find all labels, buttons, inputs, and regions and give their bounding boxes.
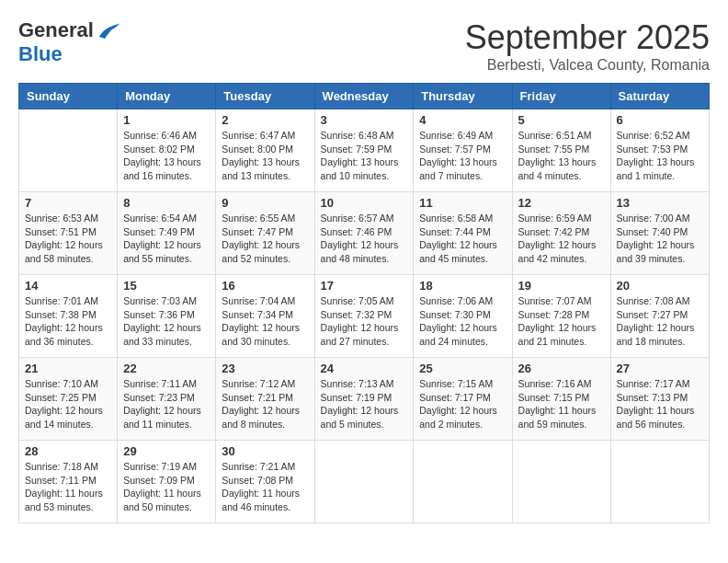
day-info: Sunrise: 7:21 AM Sunset: 7:08 PM Dayligh…	[222, 460, 308, 514]
day-number: 27	[617, 362, 703, 375]
calendar-cell: 21Sunrise: 7:10 AM Sunset: 7:25 PM Dayli…	[19, 358, 118, 441]
day-number: 8	[123, 196, 210, 210]
day-number: 24	[321, 362, 408, 375]
day-number: 14	[25, 279, 111, 293]
week-row-1: 1Sunrise: 6:46 AM Sunset: 8:02 PM Daylig…	[19, 109, 710, 192]
day-number: 16	[222, 279, 308, 293]
day-number: 22	[123, 362, 210, 375]
calendar-cell: 23Sunrise: 7:12 AM Sunset: 7:21 PM Dayli…	[216, 358, 314, 441]
calendar-cell: 9Sunrise: 6:55 AM Sunset: 7:47 PM Daylig…	[216, 192, 314, 275]
column-header-thursday: Thursday	[414, 84, 512, 109]
calendar-cell	[314, 441, 414, 523]
day-info: Sunrise: 6:49 AM Sunset: 7:57 PM Dayligh…	[419, 129, 506, 183]
calendar-cell: 20Sunrise: 7:08 AM Sunset: 7:27 PM Dayli…	[610, 275, 709, 358]
logo-blue-text: Blue	[18, 42, 63, 66]
day-info: Sunrise: 7:19 AM Sunset: 7:09 PM Dayligh…	[123, 460, 210, 514]
location-subtitle: Berbesti, Valcea County, Romania	[465, 57, 710, 74]
day-info: Sunrise: 7:16 AM Sunset: 7:15 PM Dayligh…	[518, 377, 605, 431]
calendar-cell: 6Sunrise: 6:52 AM Sunset: 7:53 PM Daylig…	[610, 109, 709, 192]
day-number: 28	[25, 444, 111, 458]
day-number: 3	[321, 113, 408, 127]
column-header-saturday: Saturday	[610, 84, 709, 109]
day-number: 5	[518, 113, 605, 127]
calendar-cell: 18Sunrise: 7:06 AM Sunset: 7:30 PM Dayli…	[414, 275, 512, 358]
day-number: 23	[222, 362, 308, 375]
day-info: Sunrise: 7:11 AM Sunset: 7:23 PM Dayligh…	[123, 377, 210, 431]
calendar-cell: 24Sunrise: 7:13 AM Sunset: 7:19 PM Dayli…	[314, 358, 414, 441]
day-info: Sunrise: 7:07 AM Sunset: 7:28 PM Dayligh…	[518, 294, 605, 349]
day-number: 1	[123, 113, 210, 127]
day-info: Sunrise: 6:51 AM Sunset: 7:55 PM Dayligh…	[518, 129, 605, 183]
calendar-cell: 3Sunrise: 6:48 AM Sunset: 7:59 PM Daylig…	[314, 109, 414, 192]
day-number: 10	[321, 196, 408, 210]
day-info: Sunrise: 7:17 AM Sunset: 7:13 PM Dayligh…	[617, 377, 703, 431]
week-row-4: 21Sunrise: 7:10 AM Sunset: 7:25 PM Dayli…	[19, 358, 710, 441]
day-info: Sunrise: 7:04 AM Sunset: 7:34 PM Dayligh…	[222, 294, 308, 349]
day-info: Sunrise: 6:57 AM Sunset: 7:46 PM Dayligh…	[321, 212, 408, 266]
month-title: September 2025	[465, 18, 710, 57]
column-header-tuesday: Tuesday	[216, 84, 314, 109]
day-info: Sunrise: 7:01 AM Sunset: 7:38 PM Dayligh…	[25, 294, 111, 349]
day-info: Sunrise: 7:15 AM Sunset: 7:17 PM Dayligh…	[419, 377, 506, 431]
day-number: 2	[222, 113, 308, 127]
day-number: 29	[123, 444, 210, 458]
day-info: Sunrise: 7:18 AM Sunset: 7:11 PM Dayligh…	[25, 460, 111, 514]
day-number: 26	[518, 362, 605, 375]
calendar-cell: 15Sunrise: 7:03 AM Sunset: 7:36 PM Dayli…	[118, 275, 216, 358]
calendar-cell: 7Sunrise: 6:53 AM Sunset: 7:51 PM Daylig…	[19, 192, 118, 275]
column-header-wednesday: Wednesday	[314, 84, 414, 109]
calendar-cell: 19Sunrise: 7:07 AM Sunset: 7:28 PM Dayli…	[512, 275, 610, 358]
day-number: 17	[321, 279, 408, 293]
calendar-cell: 22Sunrise: 7:11 AM Sunset: 7:23 PM Dayli…	[118, 358, 216, 441]
day-info: Sunrise: 7:12 AM Sunset: 7:21 PM Dayligh…	[222, 377, 308, 431]
calendar-cell: 13Sunrise: 7:00 AM Sunset: 7:40 PM Dayli…	[610, 192, 709, 275]
day-info: Sunrise: 6:52 AM Sunset: 7:53 PM Dayligh…	[617, 129, 703, 183]
calendar-cell: 17Sunrise: 7:05 AM Sunset: 7:32 PM Dayli…	[314, 275, 414, 358]
column-header-sunday: Sunday	[19, 84, 118, 109]
calendar-cell: 5Sunrise: 6:51 AM Sunset: 7:55 PM Daylig…	[512, 109, 610, 192]
calendar-cell: 12Sunrise: 6:59 AM Sunset: 7:42 PM Dayli…	[512, 192, 610, 275]
day-number: 9	[222, 196, 308, 210]
day-info: Sunrise: 7:10 AM Sunset: 7:25 PM Dayligh…	[25, 377, 111, 431]
calendar-cell: 11Sunrise: 6:58 AM Sunset: 7:44 PM Dayli…	[414, 192, 512, 275]
column-header-monday: Monday	[118, 84, 216, 109]
day-info: Sunrise: 7:08 AM Sunset: 7:27 PM Dayligh…	[617, 294, 703, 349]
day-number: 11	[419, 196, 506, 210]
day-info: Sunrise: 7:05 AM Sunset: 7:32 PM Dayligh…	[321, 294, 408, 349]
calendar-cell: 29Sunrise: 7:19 AM Sunset: 7:09 PM Dayli…	[118, 441, 216, 523]
week-row-5: 28Sunrise: 7:18 AM Sunset: 7:11 PM Dayli…	[19, 441, 710, 523]
calendar-cell: 25Sunrise: 7:15 AM Sunset: 7:17 PM Dayli…	[414, 358, 512, 441]
day-info: Sunrise: 6:46 AM Sunset: 8:02 PM Dayligh…	[123, 129, 210, 183]
day-number: 30	[222, 444, 308, 458]
logo-general-text: General	[18, 18, 94, 42]
calendar-cell: 26Sunrise: 7:16 AM Sunset: 7:15 PM Dayli…	[512, 358, 610, 441]
day-number: 4	[419, 113, 506, 127]
calendar-cell: 30Sunrise: 7:21 AM Sunset: 7:08 PM Dayli…	[216, 441, 314, 523]
day-number: 20	[617, 279, 703, 293]
day-info: Sunrise: 7:06 AM Sunset: 7:30 PM Dayligh…	[419, 294, 506, 349]
week-row-3: 14Sunrise: 7:01 AM Sunset: 7:38 PM Dayli…	[19, 275, 710, 358]
day-info: Sunrise: 7:13 AM Sunset: 7:19 PM Dayligh…	[321, 377, 408, 431]
day-number: 21	[25, 362, 111, 375]
week-row-2: 7Sunrise: 6:53 AM Sunset: 7:51 PM Daylig…	[19, 192, 710, 275]
calendar-cell	[512, 441, 610, 523]
day-number: 13	[617, 196, 703, 210]
day-number: 12	[518, 196, 605, 210]
day-info: Sunrise: 6:55 AM Sunset: 7:47 PM Dayligh…	[222, 212, 308, 266]
page-header: General Blue September 2025 Berbesti, Va…	[18, 18, 710, 74]
day-number: 6	[617, 113, 703, 127]
day-number: 15	[123, 279, 210, 293]
calendar-table: SundayMondayTuesdayWednesdayThursdayFrid…	[18, 83, 710, 523]
column-header-friday: Friday	[512, 84, 610, 109]
day-info: Sunrise: 6:47 AM Sunset: 8:00 PM Dayligh…	[222, 129, 308, 183]
logo-bird-icon	[96, 20, 121, 40]
calendar-cell: 2Sunrise: 6:47 AM Sunset: 8:00 PM Daylig…	[216, 109, 314, 192]
day-info: Sunrise: 6:54 AM Sunset: 7:49 PM Dayligh…	[123, 212, 210, 266]
calendar-cell: 10Sunrise: 6:57 AM Sunset: 7:46 PM Dayli…	[314, 192, 414, 275]
day-number: 18	[419, 279, 506, 293]
logo: General Blue	[18, 18, 121, 66]
calendar-header-row: SundayMondayTuesdayWednesdayThursdayFrid…	[19, 84, 710, 109]
calendar-cell: 14Sunrise: 7:01 AM Sunset: 7:38 PM Dayli…	[19, 275, 118, 358]
day-info: Sunrise: 6:53 AM Sunset: 7:51 PM Dayligh…	[25, 212, 111, 266]
day-info: Sunrise: 7:03 AM Sunset: 7:36 PM Dayligh…	[123, 294, 210, 349]
